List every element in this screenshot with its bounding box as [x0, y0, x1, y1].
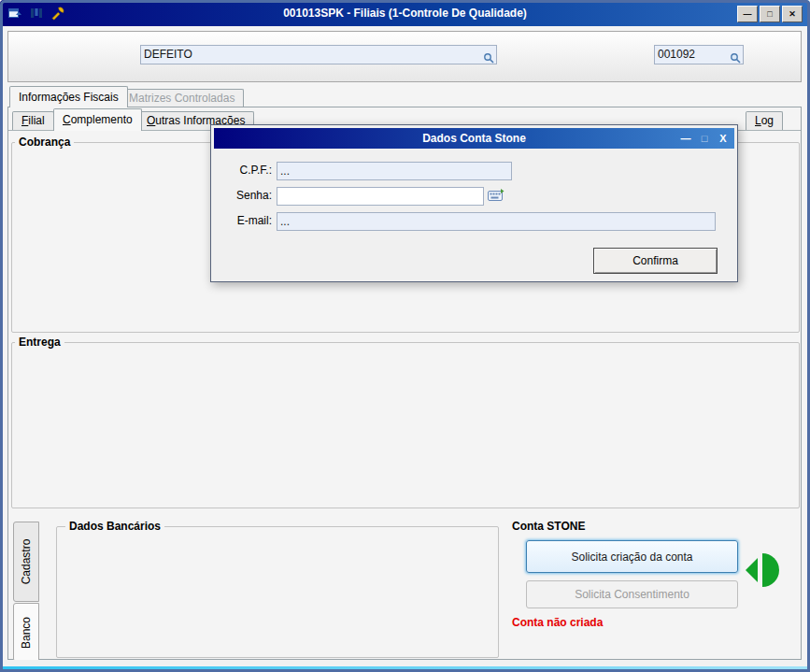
filial-value: DEFEITO: [144, 48, 192, 61]
side-tab-cadastro[interactable]: Cadastro: [13, 522, 39, 602]
dialog-minimize-button[interactable]: —: [679, 131, 692, 146]
tab-log[interactable]: Log: [746, 111, 783, 130]
export-window-icon[interactable]: [7, 6, 22, 21]
dialog-dados-conta-stone: Dados Conta Stone — □ X C.P.F.: ... Senh…: [210, 124, 738, 282]
titlebar-icons: [7, 6, 65, 21]
window-titlebar[interactable]: 001013SPK - Filiais (1-Controle De Quali…: [0, 0, 810, 26]
solicita-criacao-button[interactable]: Solicita criação da conta: [526, 540, 738, 573]
dialog-controls: — □ X: [679, 131, 730, 146]
columns-icon[interactable]: [29, 6, 44, 21]
close-button[interactable]: ✕: [782, 6, 803, 22]
side-tab-banco[interactable]: Banco: [13, 603, 39, 662]
dialog-title: Dados Conta Stone: [270, 128, 678, 149]
filial-field[interactable]: DEFEITO: [140, 45, 497, 64]
cpf-field[interactable]: ...: [277, 162, 512, 180]
email-label: E-mail:: [230, 212, 272, 230]
window-title: 001013SPK - Filiais (1-Controle De Quali…: [93, 0, 717, 26]
tab-complemento[interactable]: Complemento: [53, 108, 142, 131]
side-tab-banco-label: Banco: [20, 616, 33, 648]
tab-matrizes-controladas[interactable]: Matrizes Controladas: [120, 89, 244, 107]
bottom-accent-line: [3, 666, 807, 669]
cobranca-legend: Cobrança: [15, 136, 74, 149]
codigo-lookup-icon[interactable]: [730, 51, 741, 63]
minimize-button[interactable]: —: [737, 6, 758, 22]
conta-status-text: Conta não criada: [512, 616, 603, 629]
cpf-label: C.P.F.:: [230, 162, 272, 179]
window-controls: — □ ✕: [737, 6, 803, 22]
group-dados-bancarios: [56, 526, 499, 658]
dialog-close-button[interactable]: X: [717, 131, 730, 146]
side-tab-cadastro-label: Cadastro: [20, 539, 33, 585]
confirma-button[interactable]: Confirma: [593, 248, 718, 274]
conta-stone-title: Conta STONE: [512, 520, 585, 533]
stone-logo-icon: [743, 551, 780, 589]
virtual-keyboard-icon[interactable]: [488, 188, 504, 203]
email-field[interactable]: ...: [277, 212, 716, 231]
codigo-value: 001092: [658, 48, 695, 61]
app-window: 001013SPK - Filiais (1-Controle De Quali…: [0, 0, 810, 672]
dados-bancarios-legend: Dados Bancários: [65, 520, 164, 533]
filial-lookup-icon[interactable]: [483, 51, 494, 63]
dialog-maximize-button[interactable]: □: [698, 131, 711, 146]
dialog-titlebar[interactable]: Dados Conta Stone — □ X: [214, 128, 734, 149]
maximize-button[interactable]: □: [760, 6, 780, 22]
wrench-icon[interactable]: [50, 6, 65, 21]
senha-field[interactable]: [277, 187, 484, 206]
group-entrega: [11, 342, 800, 508]
senha-label: Senha:: [230, 187, 272, 205]
tab-informacoes-fiscais[interactable]: Informações Fiscais: [9, 86, 128, 107]
solicita-consentimento-button[interactable]: Solicita Consentimento: [526, 580, 738, 608]
tab-filial[interactable]: Filial: [12, 111, 54, 130]
codigo-field[interactable]: 001092: [654, 45, 744, 64]
entrega-legend: Entrega: [15, 336, 64, 349]
